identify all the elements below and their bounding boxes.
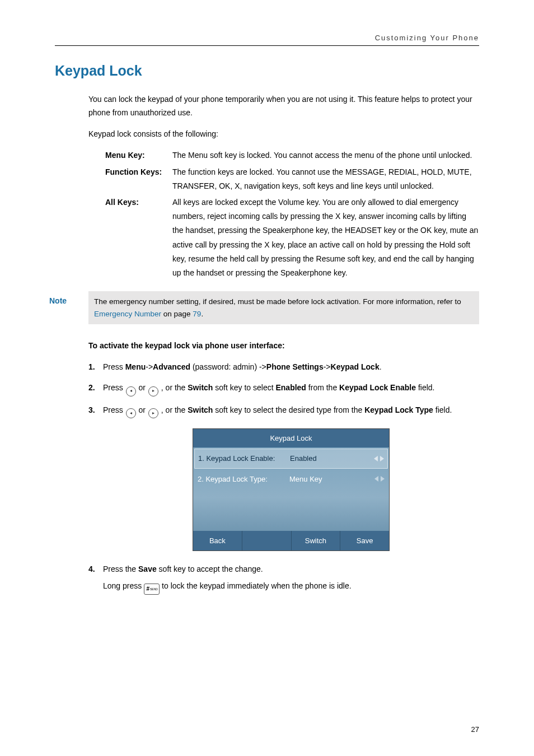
step-text: , or the — [159, 383, 188, 392]
step-text: , or the — [159, 405, 188, 414]
section-title: Keypad Lock — [55, 63, 479, 79]
phone-field-label: 2. Keypad Lock Type: — [198, 473, 287, 486]
save-softkey-ref: Save — [138, 564, 157, 573]
phone-field-label: 1. Keypad Lock Enable: — [198, 452, 288, 465]
nav-left-icon: ◂ — [126, 408, 136, 418]
phone-row-keypad-lock-enable: 1. Keypad Lock Enable: Enabled — [194, 449, 388, 468]
step-text: -> — [146, 362, 153, 371]
field-ref: Keypad Lock Type — [364, 405, 433, 414]
step-text: or — [137, 405, 148, 414]
menu-path: Menu — [125, 362, 146, 371]
step-text: Long press — [103, 581, 144, 590]
phone-body: 1. Keypad Lock Enable: Enabled 2. Keypad… — [193, 447, 389, 531]
phone-arrows-icon — [374, 476, 385, 482]
instruction-heading: To activate the keypad lock via phone us… — [88, 341, 479, 350]
phone-row-keypad-lock-type: 2. Keypad Lock Type: Menu Key — [194, 470, 388, 488]
nav-left-icon: ◂ — [126, 386, 136, 396]
step-text: -> — [324, 362, 331, 371]
def-menu-key: Menu Key: The Menu soft key is locked. Y… — [105, 148, 479, 162]
phone-softkey-switch: Switch — [292, 531, 341, 550]
enabled-value: Enabled — [275, 383, 306, 392]
note-text: on page — [161, 310, 193, 318]
step-text: soft key to select — [213, 383, 275, 392]
step-text: Press — [103, 362, 125, 371]
phone-arrows-icon — [374, 456, 384, 461]
note-text: The emergency number setting, if desired… — [94, 297, 461, 306]
note-text: . — [201, 310, 203, 318]
step-text: field. — [433, 405, 452, 414]
nav-right-icon: ▸ — [148, 386, 158, 396]
phone-softkey-bar: Back Switch Save — [193, 531, 389, 550]
running-head: Customizing Your Phone — [55, 34, 479, 46]
phone-field-value: Menu Key — [287, 473, 374, 486]
def-value: The function keys are locked. You cannot… — [172, 165, 479, 193]
page-number: 27 — [471, 725, 479, 734]
def-value: All keys are locked except the Volume ke… — [172, 195, 479, 280]
step-text: field. — [416, 383, 434, 392]
phone-softkey-back: Back — [193, 531, 242, 550]
emergency-number-link[interactable]: Emergency Number — [94, 310, 161, 318]
menu-path: Phone Settings — [266, 362, 324, 371]
page-reference-link[interactable]: 79 — [193, 310, 201, 318]
step-text: soft key to select the desired type from… — [213, 405, 364, 414]
switch-softkey-ref: Switch — [188, 383, 213, 392]
definition-list: Menu Key: The Menu soft key is locked. Y… — [105, 148, 479, 280]
intro-paragraph-2: Keypad lock consists of the following: — [88, 128, 479, 141]
def-function-keys: Function Keys: The function keys are loc… — [105, 165, 479, 193]
phone-softkey-save: Save — [340, 531, 389, 550]
phone-field-value: Enabled — [288, 452, 374, 465]
nav-right-icon: ▸ — [148, 408, 158, 418]
def-label: Function Keys: — [105, 165, 172, 193]
phone-title: Keypad Lock — [193, 429, 389, 447]
step-3: Press ◂ or ▸ , or the Switch soft key to… — [88, 403, 479, 552]
def-all-keys: All Keys: All keys are locked except the… — [105, 195, 479, 280]
pound-key-icon: # — [144, 584, 160, 595]
step-text: from the — [306, 383, 339, 392]
step-4: Press the Save soft key to accept the ch… — [88, 562, 479, 594]
step-text: to lock the keypad immediately when the … — [160, 581, 351, 590]
step-text: soft key to accept the change. — [157, 564, 263, 573]
note-content: The emergency number setting, if desired… — [88, 291, 479, 324]
step-text: Press — [103, 405, 125, 414]
note-label: Note — [49, 291, 88, 324]
menu-path: Keypad Lock — [331, 362, 380, 371]
switch-softkey-ref: Switch — [188, 405, 213, 414]
phone-softkey-empty — [242, 531, 292, 550]
intro-paragraph-1: You can lock the keypad of your phone te… — [88, 93, 479, 120]
note-box: Note The emergency number setting, if de… — [49, 291, 479, 324]
menu-path: Advanced — [153, 362, 190, 371]
step-text: or — [137, 383, 148, 392]
def-value: The Menu soft key is locked. You cannot … — [172, 148, 479, 162]
phone-spacer — [194, 489, 388, 530]
step-2: Press ◂ or ▸ , or the Switch soft key to… — [88, 381, 479, 396]
def-label: All Keys: — [105, 195, 172, 280]
step-text: Press — [103, 383, 125, 392]
step-text: (password: admin) -> — [190, 362, 266, 371]
def-label: Menu Key: — [105, 148, 172, 162]
steps-list: Press Menu->Advanced (password: admin) -… — [88, 360, 479, 594]
step-1: Press Menu->Advanced (password: admin) -… — [88, 360, 479, 374]
phone-screenshot: Keypad Lock 1. Keypad Lock Enable: Enabl… — [193, 428, 390, 552]
step-text: . — [380, 362, 382, 371]
step-text: Press the — [103, 564, 138, 573]
field-ref: Keypad Lock Enable — [339, 383, 416, 392]
